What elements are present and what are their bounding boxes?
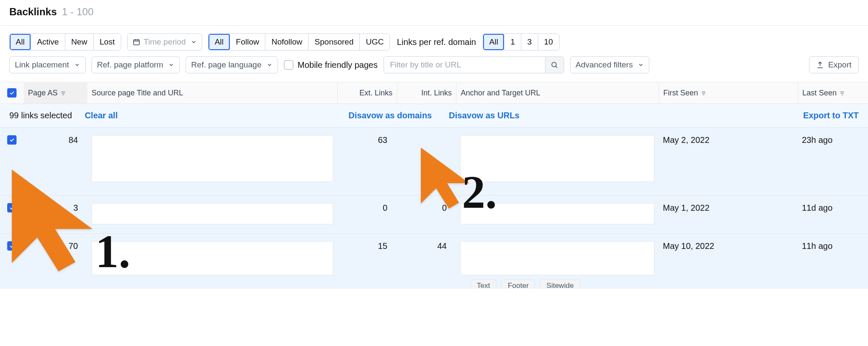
clear-all-link[interactable]: Clear all (85, 111, 118, 120)
chevron-down-icon (168, 62, 174, 68)
link-placement-label: Link placement (15, 60, 69, 70)
linktype-nofollow[interactable]: Nofollow (265, 34, 308, 50)
advanced-filters-label: Advanced filters (576, 60, 633, 70)
row-ext: 15 (337, 240, 397, 253)
th-anchor[interactable]: Anchor and Target URL (456, 83, 659, 103)
th-page-as[interactable]: Page AS (24, 83, 87, 103)
status-segment: All Active New Lost (9, 33, 121, 50)
th-last-seen-label: Last Seen (802, 89, 837, 98)
linktype-follow[interactable]: Follow (230, 34, 265, 50)
links-per-domain-segment: All 1 3 10 (483, 33, 559, 50)
chip-sitewide[interactable]: Sitewide (540, 279, 580, 289)
row-page-as: 84 (24, 134, 87, 147)
th-ext-label: Ext. Links (359, 89, 392, 98)
sort-icon (839, 90, 845, 96)
table-header: Page AS Source page Title and URL Ext. L… (0, 82, 868, 104)
checkbox-icon (284, 60, 293, 70)
ref-language-dropdown[interactable]: Ref. page language (186, 56, 278, 73)
th-source[interactable]: Source page Title and URL (87, 83, 337, 103)
chevron-down-icon (191, 39, 197, 45)
th-int[interactable]: Int. Links (397, 83, 456, 103)
export-button[interactable]: Export (809, 56, 859, 73)
row-int: 0 (397, 201, 456, 215)
search-input[interactable] (384, 57, 545, 73)
svg-rect-0 (134, 40, 139, 45)
linktype-sponsored[interactable]: Sponsored (308, 34, 359, 50)
row-int: 44 (397, 240, 456, 253)
disavow-domains-link[interactable]: Disavow as domains (348, 111, 432, 120)
time-label: Time period (144, 37, 186, 47)
row-int (397, 134, 456, 137)
selection-action-bar: 99 links selected Clear all Disavow as d… (0, 104, 868, 128)
toolbar-row-1: All Active New Lost Time period All Foll… (9, 33, 859, 50)
upload-icon (816, 61, 824, 69)
row-last-seen: 11h ago (798, 240, 868, 253)
time-period-picker[interactable]: Time period (127, 33, 203, 50)
th-last-seen[interactable]: Last Seen (798, 83, 868, 103)
toolbar-row-2: Link placement Ref. page platform Ref. p… (9, 56, 859, 73)
lpd-all[interactable]: All (483, 34, 504, 50)
links-per-domain-label: Links per ref. domain (396, 37, 477, 47)
lpd-3[interactable]: 3 (521, 34, 538, 50)
ref-platform-label: Ref. page platform (97, 60, 163, 70)
row-gap (728, 134, 798, 137)
export-label: Export (828, 60, 851, 70)
chip-text[interactable]: Text (470, 279, 496, 289)
anchor-content (460, 241, 654, 275)
status-lost[interactable]: Lost (93, 34, 121, 50)
th-source-label: Source page Title and URL (92, 89, 183, 98)
table-row: 3 0 0 May 1, 2022 11d ago (0, 195, 868, 234)
row-last-seen: 23h ago (798, 134, 868, 147)
toolbar: All Active New Lost Time period All Foll… (0, 26, 868, 82)
th-first-seen[interactable]: First Seen (659, 83, 728, 103)
th-gap (728, 87, 798, 99)
sort-icon (701, 90, 707, 96)
row-first-seen: May 10, 2022 (659, 240, 728, 253)
row-checkbox[interactable] (7, 241, 17, 251)
lpd-1[interactable]: 1 (504, 34, 521, 50)
disavow-urls-link[interactable]: Disavow as URLs (449, 111, 520, 120)
mobile-friendly-checkbox[interactable]: Mobile friendly pages (284, 60, 378, 70)
calendar-icon (133, 38, 140, 46)
linktype-segment: All Follow Nofollow Sponsored UGC (208, 33, 390, 50)
row-page-as: 3 (24, 201, 87, 215)
ref-platform-dropdown[interactable]: Ref. page platform (92, 56, 180, 73)
th-ext[interactable]: Ext. Links (337, 83, 397, 103)
search-field (384, 56, 564, 73)
row-ext: 0 (337, 201, 397, 215)
chevron-down-icon (638, 62, 644, 68)
select-all-checkbox[interactable] (7, 88, 17, 98)
search-button[interactable] (545, 57, 564, 73)
anchor-content (460, 135, 654, 182)
linktype-ugc[interactable]: UGC (359, 34, 389, 50)
link-placement-dropdown[interactable]: Link placement (9, 56, 86, 73)
table-row: 70 15 44 May 10, 2022 11h ago (0, 234, 868, 289)
status-all[interactable]: All (10, 34, 31, 50)
lpd-10[interactable]: 10 (538, 34, 559, 50)
row-gap (728, 240, 798, 243)
row-checkbox[interactable] (7, 203, 17, 212)
row-first-seen: May 2, 2022 (659, 134, 728, 147)
th-anchor-label: Anchor and Target URL (461, 89, 540, 98)
linktype-all[interactable]: All (209, 34, 229, 50)
sort-icon (60, 90, 66, 96)
page-range: 1 - 100 (62, 6, 94, 18)
source-content (92, 241, 333, 275)
th-checkbox (0, 82, 24, 103)
chip-footer[interactable]: Footer (501, 279, 535, 289)
status-new[interactable]: New (65, 34, 93, 50)
chevron-down-icon (267, 62, 273, 68)
page-header: Backlinks 1 - 100 (0, 0, 868, 26)
row-checkbox[interactable] (7, 135, 17, 145)
ref-language-label: Ref. page language (191, 60, 262, 70)
selection-count: 99 links selected (9, 111, 72, 120)
disavow-actions: Disavow as domains Disavow as URLs (348, 111, 519, 120)
table-body: 84 63 May 2, 2022 23h ago 3 0 0 May 1, 2… (0, 128, 868, 289)
source-content (92, 203, 333, 224)
export-txt-link[interactable]: Export to TXT (803, 111, 859, 120)
search-icon (551, 61, 558, 69)
chevron-down-icon (74, 62, 80, 68)
status-active[interactable]: Active (31, 34, 65, 50)
advanced-filters-dropdown[interactable]: Advanced filters (570, 56, 649, 73)
row-gap (728, 201, 798, 205)
